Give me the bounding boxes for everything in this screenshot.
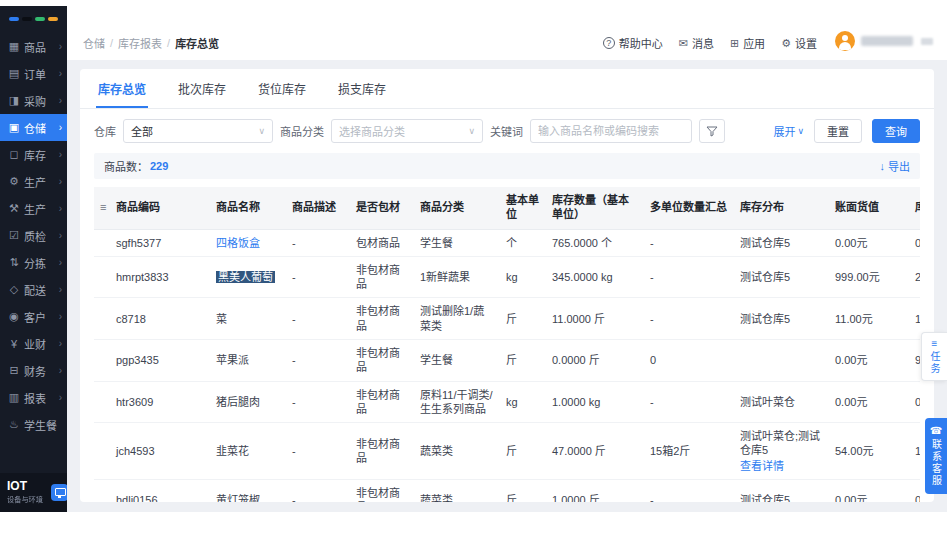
main-area: 仓储/库存报表/库存总览 ?帮助中心✉消息⊞应用⚙设置 库存总览批次库存货位库存…: [67, 6, 947, 512]
task-float-button[interactable]: ≡ 任务: [921, 332, 947, 381]
sidebar-item-orders[interactable]: ▤订单›: [0, 60, 67, 87]
settings-button[interactable]: ⚙设置: [781, 35, 817, 51]
distribution-text: 测试叶菜仓: [740, 396, 795, 408]
table-row[interactable]: c8718菜-非包材商品测试删除1/蔬菜类斤11.0000 斤-测试仓库511.…: [94, 298, 920, 340]
product-count-label: 商品数：: [104, 158, 148, 174]
breadcrumb-item[interactable]: 仓储: [83, 35, 105, 51]
help-center-button[interactable]: ?帮助中心: [603, 35, 663, 51]
apps-button[interactable]: ⊞应用: [730, 35, 765, 51]
book-value-cell: 0.00元: [829, 229, 909, 256]
table-row[interactable]: hmrpt3833黑美人葡萄-非包材商品1新鲜蔬果kg345.0000 kg-测…: [94, 256, 920, 298]
avg-price-cell: 0.00元: [909, 381, 920, 423]
category-cell: 原料11/干调类/生生系列商品: [414, 381, 500, 423]
expand-filters-link[interactable]: 展开 ∨: [773, 123, 804, 139]
packaging-cell: 包材商品: [350, 229, 414, 256]
sidebar-item-student-meal[interactable]: ♨学生餐: [0, 411, 67, 438]
delivery-icon: ◇: [8, 283, 20, 296]
reset-button[interactable]: 重置: [814, 119, 862, 143]
product-code-cell: c8718: [110, 298, 210, 340]
sidebar-item-production[interactable]: ⚙生产›: [0, 168, 67, 195]
distribution-text: 测试叶菜仓;测试仓库5: [740, 430, 820, 456]
table-row[interactable]: hdlj0156黄灯笼椒-非包材商品蔬菜类斤1.0000 斤-测试仓库50.00…: [94, 480, 920, 502]
task-list-icon: ≡: [932, 338, 938, 349]
sidebar: ▦商品›▤订单›◨采购›▣仓储›◻库存›⚙生产›⚒生产›☑质检›⇅分拣›◇配送›…: [0, 6, 67, 512]
sidebar-item-label: 配送: [24, 282, 46, 298]
sidebar-item-label: 仓储: [24, 120, 46, 136]
user-name-redacted: [861, 36, 913, 46]
avatar[interactable]: [835, 31, 855, 51]
finance-icon: ⊟: [8, 364, 20, 377]
logo-dash-1: [9, 17, 19, 21]
tab-overview[interactable]: 库存总览: [96, 69, 148, 108]
keyword-input[interactable]: [530, 119, 692, 143]
breadcrumb: 仓储/库存报表/库存总览: [83, 35, 219, 51]
sidebar-item-delivery[interactable]: ◇配送›: [0, 276, 67, 303]
messages-button[interactable]: ✉消息: [679, 35, 714, 51]
sidebar-item-inventory[interactable]: ◻库存›: [0, 141, 67, 168]
column-settings-icon[interactable]: ≡: [100, 201, 106, 213]
multi-unit-cell: -: [644, 256, 734, 298]
table-header-row: ≡商品编码商品名称商品描述是否包材商品分类基本单位库存数量（基本单位）多单位数量…: [94, 187, 920, 229]
breadcrumb-item[interactable]: 库存报表: [118, 35, 162, 51]
drag-handle-cell: [94, 298, 110, 340]
sidebar-item-customer[interactable]: ◉客户›: [0, 303, 67, 330]
sidebar-item-goods[interactable]: ▦商品›: [0, 33, 67, 60]
distribution-cell: 测试叶菜仓: [734, 381, 829, 423]
product-name-text: 韭菜花: [216, 445, 249, 457]
breadcrumb-item: 库存总览: [175, 35, 219, 51]
filter-funnel-button[interactable]: [699, 119, 725, 143]
chevron-right-icon: ›: [59, 338, 62, 349]
logo-dash-2: [22, 17, 32, 21]
content-area: 库存总览批次库存货位库存损支库存 仓库 全部 ∨ 商品分类 选择商品分类 ∨ 关…: [67, 60, 947, 512]
tab-slot[interactable]: 货位库存: [256, 69, 308, 108]
warehouse-select[interactable]: 全部 ∨: [123, 119, 273, 143]
sidebar-item-sorting[interactable]: ⇅分拣›: [0, 249, 67, 276]
iot-subtitle: 设备与环境: [7, 494, 43, 504]
view-details-link[interactable]: 查看详情: [740, 459, 823, 473]
multi-unit-cell: -: [644, 229, 734, 256]
chevron-right-icon: ›: [59, 392, 62, 403]
user-meta-redacted: [921, 38, 933, 45]
quantity-cell: 0.0000 斤: [546, 339, 644, 381]
search-button[interactable]: 查询: [872, 119, 920, 143]
product-name-cell: 猪后腿肉: [210, 381, 286, 423]
unit-cell: 斤: [500, 423, 546, 480]
filter-actions: 展开 ∨ 重置 查询: [773, 119, 920, 143]
sidebar-footer[interactable]: IOT 设备与环境: [0, 473, 67, 512]
category-cell: 蔬菜类: [414, 423, 500, 480]
user-profile[interactable]: [835, 31, 933, 51]
sidebar-item-finance[interactable]: ⊟财务›: [0, 357, 67, 384]
book-value-cell: 0.00元: [829, 381, 909, 423]
category-select[interactable]: 选择商品分类 ∨: [331, 119, 483, 143]
product-name-selected[interactable]: 黑美人葡萄: [216, 271, 275, 283]
tab-loss[interactable]: 损支库存: [336, 69, 388, 108]
category-select-placeholder: 选择商品分类: [339, 123, 405, 139]
topbar-actions: ?帮助中心✉消息⊞应用⚙设置: [603, 35, 817, 51]
sidebar-item-biz-finance[interactable]: ¥业财›: [0, 330, 67, 357]
table-row[interactable]: pgp3435苹果派-非包材商品学生餐斤0.0000 斤00.00元9.00元: [94, 339, 920, 381]
warehouse-select-value: 全部: [131, 123, 153, 139]
table-row[interactable]: htr3609猪后腿肉-非包材商品原料11/干调类/生生系列商品kg1.0000…: [94, 381, 920, 423]
sidebar-item-reports[interactable]: ▥报表›: [0, 384, 67, 411]
tab-batch[interactable]: 批次库存: [176, 69, 228, 108]
product-name-cell: 韭菜花: [210, 423, 286, 480]
table-row[interactable]: jch4593韭菜花-非包材商品蔬菜类斤47.0000 斤15箱2斤测试叶菜仓;…: [94, 423, 920, 480]
book-value-cell: 0.00元: [829, 480, 909, 502]
sidebar-item-warehouse[interactable]: ▣仓储›: [0, 114, 67, 141]
distribution-cell: 测试仓库5: [734, 229, 829, 256]
apps-label: 应用: [743, 35, 765, 51]
table-row[interactable]: sgfh5377四格饭盒-包材商品学生餐个765.0000 个-测试仓库50.0…: [94, 229, 920, 256]
sidebar-item-quality[interactable]: ☑质检›: [0, 222, 67, 249]
sidebar-item-production-2[interactable]: ⚒生产›: [0, 195, 67, 222]
export-link[interactable]: ↓ 导出: [880, 158, 911, 174]
chevron-right-icon: ›: [59, 311, 62, 322]
customer-service-button[interactable]: ☎ 联系客服: [925, 418, 947, 494]
sidebar-item-purchase[interactable]: ◨采购›: [0, 87, 67, 114]
sidebar-item-label: 生产: [24, 201, 46, 217]
book-value-cell: 54.00元: [829, 423, 909, 480]
chevron-right-icon: ›: [59, 284, 62, 295]
inventory-card: 库存总览批次库存货位库存损支库存 仓库 全部 ∨ 商品分类 选择商品分类 ∨ 关…: [80, 69, 934, 502]
product-name-text: 猪后腿肉: [216, 396, 260, 408]
product-name-link[interactable]: 四格饭盒: [216, 237, 260, 249]
column-header: 库存数量（基本单位）: [546, 187, 644, 229]
